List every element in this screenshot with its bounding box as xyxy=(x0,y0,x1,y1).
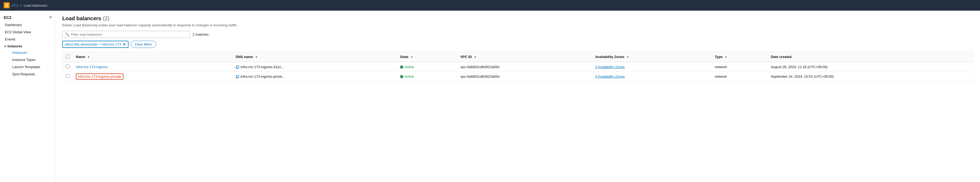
menu-icon[interactable]: ☰ xyxy=(4,2,10,8)
vpc-sort-icon[interactable]: ▼ xyxy=(474,56,476,59)
row-checkbox-1[interactable] xyxy=(66,74,70,78)
table-header-row: Name ▼ DNS name ▼ State ▼ VPC ID xyxy=(62,52,974,62)
matches-text: 2 matches xyxy=(192,32,208,37)
vpc-id-0: vpc-0a8d02cd83922a65d xyxy=(460,65,499,69)
sidebar-section-instances-label: Instances xyxy=(8,45,22,48)
svg-rect-1 xyxy=(237,66,239,68)
sidebar-item-events[interactable]: Events xyxy=(0,36,56,43)
sidebar: EC2 < Dashboard EC2 Global View Events I… xyxy=(0,11,56,182)
status-active-0: Active xyxy=(400,65,454,69)
load-balancers-table: Name ▼ DNS name ▼ State ▼ VPC ID xyxy=(62,52,974,81)
type-text-0: network xyxy=(715,65,727,69)
breadcrumb-current: Load balancers xyxy=(24,3,47,8)
lb-name-link-1[interactable]: infra-mz-173-ingress-private xyxy=(76,73,123,80)
filter-remove-button[interactable]: ✕ xyxy=(123,43,126,46)
col-header-dns: DNS name ▼ xyxy=(232,52,397,62)
table-row: infra-mz-173-ingressinfra-mz-173-ingress… xyxy=(62,62,974,72)
lb-name-link-0[interactable]: infra-mz-173-ingress xyxy=(76,65,107,69)
state-label-1: Active xyxy=(405,75,414,78)
sidebar-item-instance-types[interactable]: Instance Types xyxy=(8,56,56,63)
filter-tag-label: elbv2.k8s.aws/cluster = infra-mz-173 xyxy=(65,42,121,46)
copy-icon-0 xyxy=(236,65,239,69)
col-header-date: Date created xyxy=(767,52,974,62)
status-dot-1 xyxy=(400,75,403,78)
sidebar-header: EC2 < xyxy=(0,13,56,21)
main-content: Load balancers (2) Elastic Load Balancin… xyxy=(56,11,980,182)
status-active-1: Active xyxy=(400,75,454,78)
status-dot-0 xyxy=(400,65,403,69)
search-row: 🔍 2 matches xyxy=(62,31,974,38)
filter-row: elbv2.k8s.aws/cluster = infra-mz-173 ✕ C… xyxy=(62,41,974,48)
type-text-1: network xyxy=(715,75,727,78)
az-link-1[interactable]: 3 Availability Zones xyxy=(595,75,625,78)
select-all-checkbox[interactable] xyxy=(66,54,70,58)
table-row: infra-mz-173-ingress-privateinfra-mz-173… xyxy=(62,72,974,81)
col-header-az: Availability Zones ▼ xyxy=(592,52,711,62)
sidebar-item-launch-templates[interactable]: Launch Templates xyxy=(8,63,56,70)
col-header-name: Name ▼ xyxy=(73,52,232,62)
state-sort-icon[interactable]: ▼ xyxy=(410,56,413,59)
col-header-state: State ▼ xyxy=(397,52,457,62)
search-input[interactable] xyxy=(71,32,187,37)
top-nav: ☰ EC2 > Load balancers xyxy=(0,0,980,11)
dns-text-1: infra-mz-173-ingress-privat... xyxy=(240,75,285,78)
breadcrumb-separator: > xyxy=(20,3,22,8)
svg-rect-3 xyxy=(237,75,239,78)
filter-tag: elbv2.k8s.aws/cluster = infra-mz-173 ✕ xyxy=(62,41,129,48)
breadcrumb-ec2-link[interactable]: EC2 xyxy=(12,3,18,8)
sidebar-collapse-icon[interactable]: < xyxy=(49,15,52,20)
dns-text-0: infra-mz-173-ingress-31a1... xyxy=(240,65,284,69)
vpc-id-1: vpc-0a8d02cd83922a65d xyxy=(460,75,499,78)
col-header-type: Type ▼ xyxy=(711,52,767,62)
copy-icon-1 xyxy=(236,75,239,78)
state-label-0: Active xyxy=(405,65,414,69)
az-link-0[interactable]: 3 Availability Zones xyxy=(595,65,625,69)
search-box[interactable]: 🔍 xyxy=(62,31,190,38)
select-all-header xyxy=(62,52,73,62)
sidebar-item-instances[interactable]: Instances xyxy=(8,49,56,56)
sidebar-item-spot-requests[interactable]: Spot Requests xyxy=(8,70,56,78)
clear-filters-button[interactable]: Clear filters xyxy=(130,41,156,48)
sidebar-section-instances[interactable]: Instances xyxy=(0,43,56,49)
dns-sort-icon[interactable]: ▼ xyxy=(255,56,258,59)
page-subtitle: Elastic Load Balancing scales your load … xyxy=(62,23,974,27)
az-sort-icon[interactable]: ▼ xyxy=(627,56,629,59)
col-header-vpc: VPC ID ▼ xyxy=(457,52,592,62)
sidebar-item-dashboard[interactable]: Dashboard xyxy=(0,21,56,29)
type-sort-icon[interactable]: ▼ xyxy=(725,56,727,59)
row-checkbox-0[interactable] xyxy=(66,65,70,69)
date-text-0: August 26, 2024, 11:18 (UTC+08:00) xyxy=(771,65,827,69)
sidebar-item-ec2-global-view[interactable]: EC2 Global View xyxy=(0,29,56,36)
date-text-1: September 24, 2024, 15:53 (UTC+08:00) xyxy=(771,75,834,78)
breadcrumb: EC2 > Load balancers xyxy=(12,3,47,8)
name-sort-icon[interactable]: ▼ xyxy=(87,56,90,59)
page-title: Load balancers xyxy=(62,16,101,22)
search-icon: 🔍 xyxy=(65,32,70,37)
page-count: (2) xyxy=(103,16,109,22)
sidebar-title: EC2 xyxy=(4,15,11,20)
